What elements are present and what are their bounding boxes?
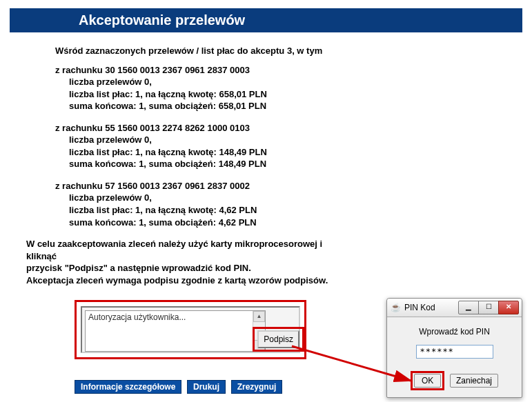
ok-button[interactable]: OK: [414, 374, 441, 388]
pin-titlebar[interactable]: ☕ PIN Kod ▁ ☐ ✕: [387, 299, 522, 317]
instructions: W celu zaakceptowania zleceń należy użyć…: [26, 238, 518, 286]
page-title: Akceptowanie przelewów: [79, 12, 245, 28]
account-group: z rachunku 55 1560 0013 2274 8262 1000 0…: [55, 122, 518, 170]
account-line: suma końcowa: 1, suma obciążeń: 148,49 P…: [69, 158, 518, 170]
minimize-button[interactable]: ▁: [458, 301, 479, 314]
page-header: Akceptowanie przelewów: [10, 8, 522, 32]
account-line: suma końcowa: 1, suma obciążeń: 658,01 P…: [69, 100, 518, 112]
pin-prompt: Wprowadź kod PIN: [394, 327, 515, 337]
print-button[interactable]: Drukuj: [187, 380, 226, 394]
account-line: suma końcowa: 1, suma obciążeń: 4,62 PLN: [69, 217, 518, 229]
auth-status-text: Autoryzacja użytkownika...: [86, 311, 250, 351]
account-line: liczba list płac: 1, na łączną kwotę: 4,…: [69, 204, 518, 217]
account-line: liczba przelewów 0,: [69, 134, 518, 146]
close-button[interactable]: ✕: [498, 301, 519, 314]
account-line: liczba przelewów 0,: [69, 76, 518, 88]
instruction-line: Akceptacja zleceń wymaga podpisu zgodnie…: [26, 274, 353, 287]
account-header: z rachunku 30 1560 0013 2367 0961 2837 0…: [55, 64, 518, 77]
abort-button[interactable]: Zaniechaj: [450, 374, 498, 388]
scroll-up-icon[interactable]: ▲: [253, 311, 265, 322]
account-group: z rachunku 57 1560 0013 2367 0961 2837 0…: [55, 180, 518, 228]
details-button[interactable]: Informacje szczegółowe: [75, 380, 181, 394]
cancel-button[interactable]: Zrezygnuj: [231, 380, 283, 394]
pin-input[interactable]: ******: [416, 345, 493, 359]
instruction-line: W celu zaakceptowania zleceń należy użyć…: [26, 238, 353, 262]
account-line: liczba list płac: 1, na łączną kwotę: 14…: [69, 146, 518, 159]
sign-button[interactable]: Podpisz: [257, 330, 299, 348]
java-icon: ☕: [390, 302, 401, 313]
instruction-line: przycisk "Podpisz" a następnie wprowadzi…: [26, 262, 353, 274]
auth-panel: Autoryzacja użytkownika... ▲ ▼ Podpisz: [75, 300, 306, 359]
maximize-button[interactable]: ☐: [478, 301, 499, 314]
content-block: Wśród zaznaczonych przelewów / list płac…: [14, 45, 518, 228]
pin-dialog-title: PIN Kod: [404, 303, 459, 312]
account-header: z rachunku 57 1560 0013 2367 0961 2837 0…: [55, 180, 518, 192]
sign-button-highlight: Podpisz: [253, 327, 304, 352]
intro-text: Wśród zaznaczonych przelewów / list płac…: [55, 45, 518, 57]
pin-dialog[interactable]: ☕ PIN Kod ▁ ☐ ✕ Wprowadź kod PIN ****** …: [386, 298, 522, 398]
account-line: liczba list płac: 1, na łączną kwotę: 65…: [69, 88, 518, 101]
pin-body: Wprowadź kod PIN ****** OK Zaniechaj: [387, 317, 522, 397]
account-group: z rachunku 30 1560 0013 2367 0961 2837 0…: [55, 64, 518, 112]
auth-textarea[interactable]: Autoryzacja użytkownika... ▲ ▼: [85, 310, 266, 352]
account-line: liczba przelewów 0,: [69, 192, 518, 204]
ok-button-highlight: OK: [411, 371, 444, 390]
account-header: z rachunku 55 1560 0013 2274 8262 1000 0…: [55, 122, 518, 134]
